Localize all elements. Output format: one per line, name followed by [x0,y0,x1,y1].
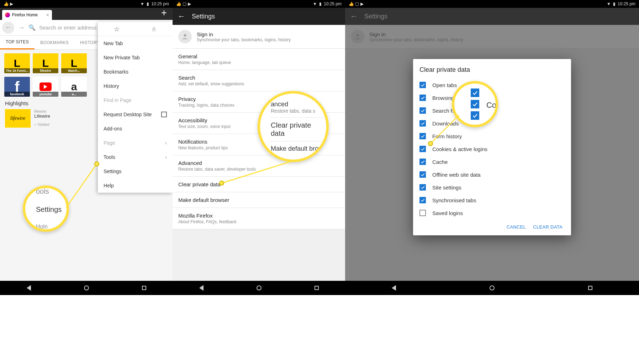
clear-private-data-dialog: Clear private data Open tabsBrowsing his… [413,59,571,235]
menu-bookmarks[interactable]: Bookmarks [98,65,173,79]
checkbox-icon[interactable] [419,171,426,178]
highlight-dot [219,181,224,186]
forward-button[interactable]: → [18,23,25,32]
dialog-title: Clear private data [419,66,565,74]
option-label: Saved logins [432,210,463,216]
checkbox-icon[interactable] [419,159,426,165]
menu-tools[interactable]: Tools› [98,150,173,164]
site-tile[interactable]: Llifewire [33,53,58,73]
option-row[interactable]: Synchronised tabs [419,194,565,207]
status-bar: 👍 ▶ ▼▮10:25 pm [0,0,173,8]
settings-row[interactable]: GeneralHome, language, tab queue [173,49,345,70]
option-label: Site settings [432,184,461,191]
menu-new-tab[interactable]: New Tab [98,36,173,50]
nav-home-icon[interactable] [257,285,262,290]
nav-back-icon[interactable] [392,285,396,291]
option-label: Form history [432,133,462,139]
checkbox-icon[interactable] [161,112,167,117]
settings-row[interactable]: Mozilla FirefoxAbout Firefox, FAQs, feed… [173,208,345,229]
checkbox-icon[interactable] [419,197,426,203]
settings-row[interactable]: SearchAdd, set default, show suggestions [173,70,345,91]
option-row[interactable]: Site settings [419,181,565,194]
android-nav-bar [0,281,173,295]
site-tile[interactable]: aa... [61,77,87,97]
settings-row[interactable]: Make default browser [173,192,345,208]
site-tile[interactable]: LWatch... [61,53,87,73]
menu-settings[interactable]: Settings [98,164,173,178]
menu-request-desktop[interactable]: Request Desktop Site [98,107,173,122]
share-icon[interactable]: ⋔ [151,25,157,33]
option-row[interactable]: Saved logins [419,207,565,219]
option-row[interactable]: Form history [419,130,565,143]
tab-strip: Firefox Home × + [0,8,173,20]
chevron-right-icon: › [165,140,167,146]
nav-recents-icon[interactable] [315,286,319,290]
chevron-right-icon: › [165,154,167,160]
nav-home-icon[interactable] [490,285,495,290]
tab-top-sites[interactable]: TOP SITES [0,36,35,49]
menu-find-in-page: Find in Page [98,93,173,107]
back-button[interactable]: ← [2,22,14,34]
magnifier-settings: ools Settings Holn [23,186,69,232]
checkbox-icon[interactable] [419,210,426,216]
clear-data-button[interactable]: CLEAR DATA [533,224,563,230]
option-label: Cookies & active logins [432,146,487,152]
site-tile[interactable]: ffacebook [4,77,30,97]
status-bar: 👍 ▢ ▶ ▼▮10:25 pm [345,0,639,8]
svg-point-0 [184,34,186,37]
close-icon[interactable]: × [46,12,49,18]
firefox-icon [5,12,10,17]
page-title: Settings [192,13,215,20]
checkbox-icon[interactable] [419,107,426,114]
browser-tab[interactable]: Firefox Home × [2,10,52,20]
screenshot-3: 👍 ▢ ▶ ▼▮10:25 pm ← Settings Sign inSynch… [345,0,639,295]
signin-row[interactable]: Sign inSynchronise your tabs, bookmarks,… [173,25,345,49]
menu-help[interactable]: Help [98,178,173,193]
settings-row[interactable]: AdvancedRestore tabs, data saver, develo… [173,155,345,177]
highlight-dot [428,141,433,146]
settings-header: ← Settings [173,8,345,25]
android-nav-bar [345,281,639,295]
option-row[interactable]: Offline web site data [419,168,565,181]
cancel-button[interactable]: CANCEL [507,224,526,230]
nav-recents-icon[interactable] [588,286,592,290]
settings-row[interactable]: Clear private data [173,177,345,192]
status-bar: 👍 ▢ ▶ ▼▮10:25 pm [173,0,345,8]
nav-back-icon[interactable] [27,285,31,291]
option-row[interactable]: Cookies & active logins [419,143,565,155]
checkbox-icon[interactable] [419,133,426,139]
menu-history[interactable]: History [98,79,173,93]
highlight-thumb: lifewire [5,109,31,128]
new-tab-button[interactable]: + [158,7,170,20]
magnifier-checkbox: Co [452,81,498,127]
magnifier-clear-private-data: ancedRestore tabs, data s Clear private … [258,91,329,162]
checkbox-icon[interactable] [419,146,426,152]
screenshot-1: 👍 ▶ ▼▮10:25 pm Firefox Home × + ← → 🔍 Se… [0,0,173,295]
tab-title: Firefox Home [12,12,38,17]
option-label: Downloads [432,121,459,127]
nav-home-icon[interactable] [84,285,89,290]
checkbox-icon[interactable] [419,82,426,88]
checkbox-icon[interactable] [419,120,426,127]
tab-bookmarks[interactable]: BOOKMARKS [35,36,74,49]
site-tile[interactable]: LThe 16 Funni... [4,53,30,73]
option-label: Open tabs [432,82,457,88]
overflow-menu: ☆ ⋔ New Tab New Private Tab Bookmarks Hi… [98,22,173,193]
search-input[interactable]: Search or enter address [39,25,96,31]
checkbox-icon[interactable] [419,184,426,191]
option-label: Synchronised tabs [432,197,476,203]
nav-recents-icon[interactable] [142,286,146,290]
back-arrow-icon[interactable]: ← [178,12,185,21]
avatar-icon [178,30,192,43]
option-label: Offline web site data [432,172,481,178]
menu-addons[interactable]: Add-ons [98,122,173,136]
checkbox-icon[interactable] [419,95,426,101]
option-row[interactable]: Cache [419,155,565,168]
search-icon: 🔍 [28,24,36,31]
nav-back-icon[interactable] [199,285,204,291]
site-tile[interactable]: youtube [33,77,58,97]
bookmark-star-icon[interactable]: ☆ [114,25,120,33]
menu-new-private-tab[interactable]: New Private Tab [98,50,173,65]
android-nav-bar [173,281,345,295]
highlight-dot [94,161,99,166]
